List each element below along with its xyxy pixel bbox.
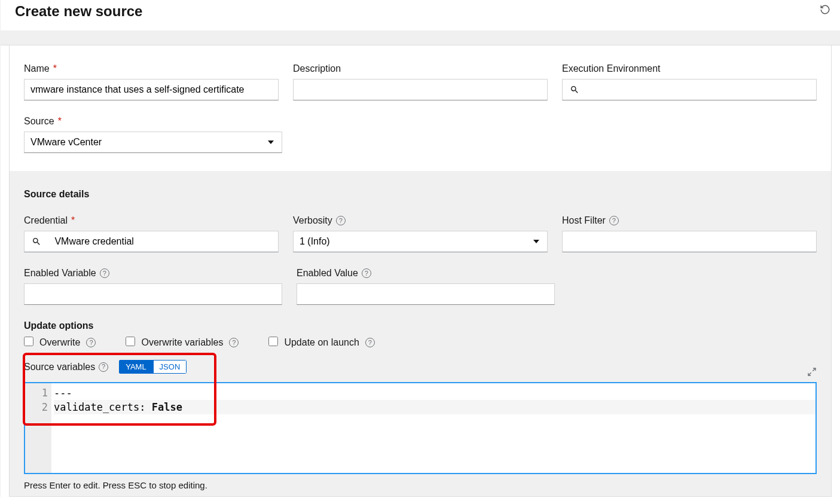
enabled-variable-label: Enabled Variable ? [24, 268, 282, 279]
source-label: Source * [24, 116, 282, 127]
svg-line-0 [812, 368, 815, 371]
history-back-icon[interactable] [820, 4, 830, 15]
enabled-value-input[interactable] [297, 283, 555, 305]
help-icon[interactable]: ? [609, 216, 619, 225]
update-on-launch-option[interactable]: Update on launch ? [268, 337, 374, 348]
verbosity-field: Verbosity ? [293, 215, 548, 252]
host-filter-label-text: Host Filter [562, 215, 606, 226]
form-panel: Name * Description Execution Environment [9, 45, 832, 497]
source-variables-header: Source variables ? YAML JSON [24, 360, 817, 374]
update-on-launch-checkbox[interactable] [268, 337, 278, 346]
enabled-value-field: Enabled Value ? [297, 268, 555, 305]
help-icon[interactable]: ? [336, 216, 346, 225]
enabled-variable-field: Enabled Variable ? [24, 268, 282, 305]
update-options-row: Overwrite ? Overwrite variables ? Update… [24, 337, 817, 348]
page-title: Create new source [15, 3, 142, 20]
description-label: Description [293, 63, 548, 74]
code-line: --- [54, 386, 815, 400]
source-select-value[interactable] [24, 132, 282, 153]
help-icon[interactable]: ? [100, 268, 109, 278]
yaml-toggle[interactable]: YAML [119, 360, 152, 374]
source-variables-label: Source variables ? [24, 362, 108, 372]
update-options-label: Update options [24, 320, 817, 331]
search-icon[interactable] [24, 231, 48, 252]
source-variables-label-text: Source variables [24, 362, 95, 372]
host-filter-input[interactable] [562, 231, 817, 252]
name-input[interactable] [24, 79, 279, 100]
overwrite-variables-label: Overwrite variables [141, 337, 223, 348]
source-select[interactable] [24, 132, 282, 153]
description-input[interactable] [293, 79, 548, 100]
overwrite-variables-option[interactable]: Overwrite variables ? [126, 337, 239, 348]
overwrite-checkbox[interactable] [24, 337, 33, 346]
update-on-launch-label: Update on launch [284, 337, 359, 348]
expand-icon[interactable] [807, 367, 817, 377]
verbosity-label: Verbosity ? [293, 215, 548, 226]
credential-field: Credential * [24, 215, 279, 252]
overwrite-variables-checkbox[interactable] [126, 337, 135, 346]
enabled-variable-input[interactable] [24, 283, 282, 305]
execution-environment-label: Execution Environment [562, 63, 817, 74]
host-filter-field: Host Filter ? [562, 215, 817, 252]
line-gutter: 1 2 [25, 383, 51, 473]
credential-label: Credential * [24, 215, 279, 226]
search-icon[interactable] [562, 79, 587, 100]
source-variables-editor[interactable]: 1 2 --- validate_certs: False [24, 382, 817, 474]
execution-environment-input[interactable] [587, 79, 817, 100]
overwrite-option[interactable]: Overwrite ? [24, 337, 96, 348]
required-asterisk: * [53, 63, 57, 74]
execution-environment-field: Execution Environment [562, 63, 817, 100]
source-details-title: Source details [24, 189, 817, 200]
code-body[interactable]: --- validate_certs: False [51, 383, 815, 473]
svg-line-1 [808, 372, 811, 375]
help-icon[interactable]: ? [362, 268, 371, 278]
source-details-section: Source details Credential * [10, 171, 831, 496]
help-icon[interactable]: ? [99, 362, 108, 372]
required-asterisk: * [71, 215, 75, 226]
verbosity-select[interactable] [293, 231, 548, 252]
gray-strip [1, 30, 840, 45]
required-asterisk: * [58, 116, 62, 127]
yaml-json-toggle: YAML JSON [119, 360, 187, 374]
help-icon[interactable]: ? [365, 338, 375, 347]
verbosity-select-value[interactable] [293, 231, 548, 252]
page-header: Create new source [1, 0, 840, 30]
credential-input[interactable] [48, 231, 279, 252]
enabled-value-label: Enabled Value ? [297, 268, 555, 279]
enabled-value-label-text: Enabled Value [297, 268, 358, 279]
host-filter-label: Host Filter ? [562, 215, 817, 226]
description-field: Description [293, 63, 548, 100]
source-field: Source * [24, 116, 282, 153]
name-label: Name * [24, 63, 279, 74]
json-toggle[interactable]: JSON [153, 360, 187, 374]
code-line: validate_certs: False [54, 400, 815, 414]
editor-hint: Press Enter to edit. Press ESC to stop e… [24, 480, 817, 490]
verbosity-label-text: Verbosity [293, 215, 332, 226]
help-icon[interactable]: ? [86, 338, 96, 347]
source-label-text: Source [24, 116, 54, 127]
credential-label-text: Credential [24, 215, 68, 226]
help-icon[interactable]: ? [229, 338, 239, 347]
enabled-variable-label-text: Enabled Variable [24, 268, 96, 279]
name-field: Name * [24, 63, 279, 100]
name-label-text: Name [24, 63, 50, 74]
basic-section: Name * Description Execution Environment [10, 45, 831, 171]
overwrite-label: Overwrite [39, 337, 80, 348]
